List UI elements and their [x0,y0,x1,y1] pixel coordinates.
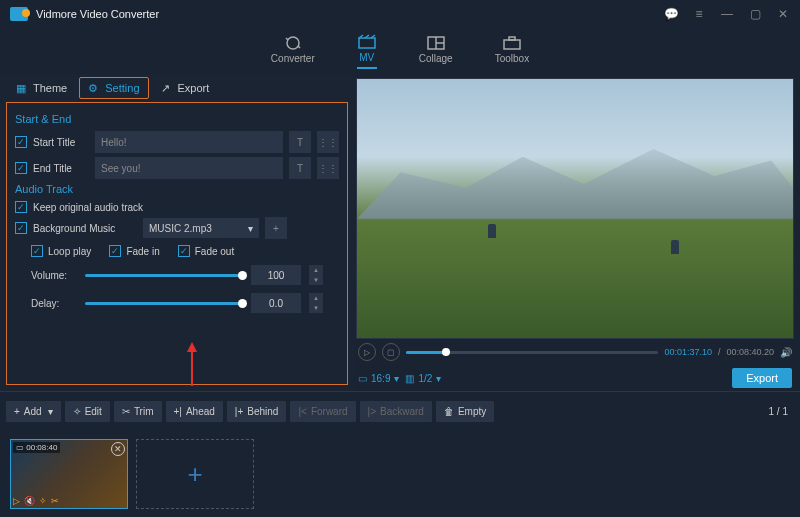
startend-header: Start & End [15,113,341,125]
fade-out-checkbox[interactable] [178,245,190,257]
start-title-font-button[interactable]: T [289,131,311,153]
nav-toolbox[interactable]: Toolbox [495,35,529,68]
backward-icon: |> [368,406,376,417]
forward-button[interactable]: |<Forward [290,401,355,422]
theme-icon: ▦ [16,82,28,94]
nav-converter-label: Converter [271,53,315,64]
svg-rect-6 [509,37,515,40]
ahead-button[interactable]: +|Ahead [166,401,223,422]
empty-button[interactable]: 🗑Empty [436,401,494,422]
clip-trim-icon[interactable]: ✂ [51,496,59,506]
video-preview[interactable] [356,78,794,339]
fade-in-checkbox[interactable] [109,245,121,257]
wand-icon: ✧ [73,406,81,417]
bg-music-checkbox[interactable] [15,222,27,234]
stop-button[interactable]: ▢ [382,343,400,361]
add-button[interactable]: +Add▾ [6,401,61,422]
bg-music-add-button[interactable]: + [265,217,287,239]
clip-edit-icon[interactable]: ✧ [39,496,47,506]
clip-thumbnail[interactable]: ▭ 00:08:40 ✕ ▷ 🔇 ✧ ✂ [10,439,128,509]
collage-icon [426,35,446,51]
plus-icon: + [14,406,20,417]
preview-panel: ▷ ▢ 00:01:37.10/00:08:40.20 🔊 ▭16:9▾ ▥1/… [354,74,800,391]
volume-label: Volume: [31,270,77,281]
trash-icon: 🗑 [444,406,454,417]
behind-button[interactable]: |+Behind [227,401,287,422]
close-icon[interactable]: ✕ [776,7,790,21]
delay-value[interactable]: 0.0 [251,293,301,313]
clip-remove-button[interactable]: ✕ [111,442,125,456]
chevron-down-icon: ▾ [248,223,253,234]
export-button[interactable]: Export [732,368,792,388]
aspect-value: 16:9 [371,373,390,384]
scissors-icon: ✂ [122,406,130,417]
start-title-more-button[interactable]: ⋮⋮ [317,131,339,153]
keep-original-checkbox[interactable] [15,201,27,213]
end-title-font-button[interactable]: T [289,157,311,179]
app-title: Vidmore Video Converter [36,8,159,20]
nav-mv[interactable]: MV [357,34,377,69]
start-title-checkbox[interactable] [15,136,27,148]
end-title-label: End Title [33,163,89,174]
maximize-icon[interactable]: ▢ [748,7,762,21]
end-title-more-button[interactable]: ⋮⋮ [317,157,339,179]
aspect-dropdown[interactable]: ▭16:9▾ [358,373,399,384]
current-time: 00:01:37.10 [664,347,712,357]
feedback-icon[interactable]: 💬 [664,7,678,21]
volume-spinner[interactable]: ▲▼ [309,265,323,285]
chevron-down-icon: ▾ [394,373,399,384]
clip-play-icon[interactable]: ▷ [13,496,20,506]
backward-button[interactable]: |>Backward [360,401,432,422]
delay-slider[interactable] [85,302,243,305]
start-title-input[interactable] [95,131,283,153]
volume-slider[interactable] [85,274,243,277]
menu-icon[interactable]: ≡ [692,7,706,21]
end-title-input[interactable] [95,157,283,179]
timeline-slider[interactable] [406,351,658,354]
zoom-value: 1/2 [418,373,432,384]
loop-play-checkbox[interactable] [31,245,43,257]
tab-export[interactable]: ↗ Export [153,78,218,98]
nav-collage-label: Collage [419,53,453,64]
trim-button[interactable]: ✂Trim [114,401,162,422]
delay-spinner[interactable]: ▲▼ [309,293,323,313]
chevron-down-icon: ▾ [436,373,441,384]
pager: 1 / 1 [769,406,794,417]
svg-rect-1 [359,38,375,48]
clip-mute-icon[interactable]: 🔇 [24,496,35,506]
svg-point-0 [287,37,299,49]
chevron-down-icon: ▾ [48,406,53,417]
top-navigation: Converter MV Collage Toolbox [0,28,800,74]
nav-converter[interactable]: Converter [271,35,315,68]
nav-collage[interactable]: Collage [419,35,453,68]
tab-setting[interactable]: ⚙ Setting [79,77,148,99]
minimize-icon[interactable]: — [720,7,734,21]
end-title-checkbox[interactable] [15,162,27,174]
aspect-icon: ▭ [358,373,367,384]
titlebar: Vidmore Video Converter 💬 ≡ — ▢ ✕ [0,0,800,28]
app-logo-icon [10,7,28,21]
panel-tabs: ▦ Theme ⚙ Setting ↗ Export [6,74,348,102]
preview-options: ▭16:9▾ ▥1/2▾ Export [356,365,794,391]
edit-button[interactable]: ✧Edit [65,401,110,422]
settings-box: Start & End Start Title T ⋮⋮ End Title T… [6,102,348,385]
export-icon: ↗ [161,82,173,94]
bg-music-dropdown[interactable]: MUSIC 2.mp3 ▾ [143,218,259,238]
start-title-label: Start Title [33,137,89,148]
ahead-icon: +| [174,406,182,417]
tab-theme[interactable]: ▦ Theme [8,78,75,98]
loop-play-label: Loop play [48,246,91,257]
setting-icon: ⚙ [88,82,100,94]
thumbnail-strip: ▭ 00:08:40 ✕ ▷ 🔇 ✧ ✂ + [0,431,800,517]
play-button[interactable]: ▷ [358,343,376,361]
toolbox-icon [502,35,522,51]
tab-setting-label: Setting [105,82,139,94]
fade-in-label: Fade in [126,246,159,257]
add-clip-button[interactable]: + [136,439,254,509]
bg-music-value: MUSIC 2.mp3 [149,223,212,234]
volume-value[interactable]: 100 [251,265,301,285]
delay-label: Delay: [31,298,77,309]
volume-icon[interactable]: 🔊 [780,347,792,358]
zoom-dropdown[interactable]: ▥1/2▾ [405,373,441,384]
nav-mv-label: MV [359,52,374,63]
